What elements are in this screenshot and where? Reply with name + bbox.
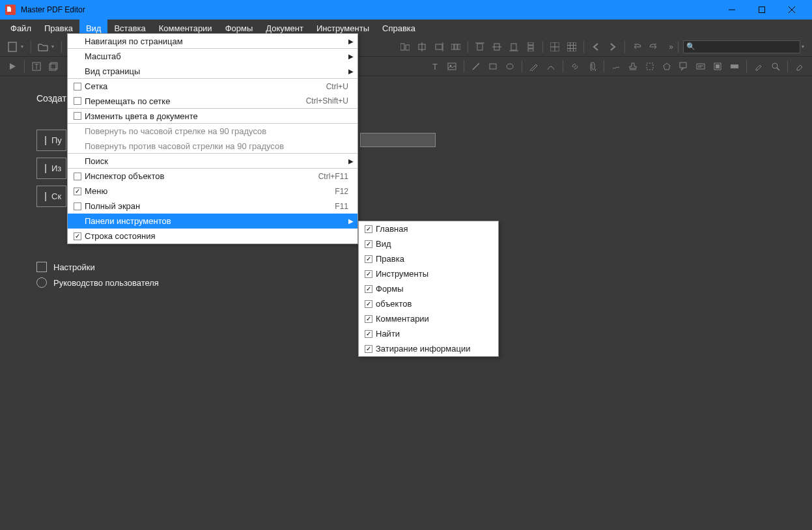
distribute-h-icon[interactable] [449,40,463,54]
submenu-forms[interactable]: ✓ Формы [359,281,498,296]
pencil-icon[interactable] [527,59,541,74]
menu-fullscreen[interactable]: Полный экран F11 [68,199,357,214]
svg-rect-1 [759,7,765,13]
align-middle-icon[interactable] [490,40,504,54]
align-icon[interactable] [398,40,412,54]
layers-icon[interactable] [46,59,61,74]
play-icon[interactable] [5,59,20,74]
separator [24,61,25,72]
menu-toolbars[interactable]: Панели инструментов ▶ [68,214,357,229]
attach-icon[interactable] [585,59,599,74]
menu-menu-toggle[interactable]: ✓ Меню F12 [68,184,357,199]
guide-label: Руководство пользователя [53,278,159,288]
checkbox-checked-icon: ✓ [74,188,81,195]
submenu-redaction[interactable]: ✓ Затирание информации [359,341,498,356]
menu-search[interactable]: Поиск ▶ [68,154,357,169]
submenu-tools[interactable]: ✓ Инструменты [359,266,498,281]
align-bottom-icon[interactable] [507,40,521,54]
zoom-icon[interactable] [768,59,783,74]
align-right-icon[interactable] [432,40,446,54]
svg-line-43 [777,68,779,70]
chevron-down-icon[interactable]: ▾ [21,44,23,49]
align-center-icon[interactable] [415,40,429,54]
highlighter-icon[interactable] [751,59,766,74]
toolbar-overflow[interactable]: » [669,42,673,51]
next-icon[interactable] [606,40,620,54]
image-tool-icon[interactable] [445,59,459,74]
card-label: Пу [51,135,62,145]
menu-rotate-cw[interactable]: Повернуть по часовой стрелке на 90 граду… [68,124,357,139]
note-icon[interactable] [710,59,725,74]
submenu-view[interactable]: ✓ Вид [359,236,498,251]
polygon-icon[interactable] [660,59,674,74]
submenu-main[interactable]: ✓ Главная [359,221,498,236]
align-top-icon[interactable] [473,40,487,54]
rect-tool-icon[interactable] [486,59,500,74]
snap-grid-icon[interactable] [565,40,579,54]
menu-grid[interactable]: Сетка Ctrl+U [68,79,357,94]
callout-icon[interactable] [677,59,691,74]
menu-page-navigation[interactable]: Навигация по страницам ▶ [68,34,357,49]
redo-icon[interactable] [647,40,661,54]
close-button[interactable] [777,0,807,20]
menu-zoom[interactable]: Масштаб ▶ [68,49,357,64]
chevron-down-icon[interactable]: ▾ [51,44,54,49]
svg-text:T: T [432,62,438,71]
svg-text:T: T [35,63,38,70]
sign-icon[interactable] [609,59,623,74]
settings-label: Настройки [53,262,95,272]
svg-rect-28 [448,63,456,70]
menu-status-bar[interactable]: ✓ Строка состояния [68,229,357,244]
prev-icon[interactable] [589,40,603,54]
line-tool-icon[interactable] [469,59,483,74]
svg-rect-13 [458,44,460,49]
svg-rect-21 [528,46,533,48]
grid-icon[interactable] [548,40,562,54]
floating-button[interactable] [360,133,436,147]
window-controls [717,0,807,20]
menu-page-view[interactable]: Вид страницы ▶ [68,64,357,79]
separator [563,61,563,72]
stamp-icon[interactable] [626,59,640,74]
menu-rotate-ccw[interactable]: Повернуть против часовой стрелки на 90 г… [68,139,357,154]
ellipse-tool-icon[interactable] [503,59,517,74]
card-scan[interactable]: Ск [36,186,66,207]
card-from[interactable]: Из [36,158,66,179]
distribute-v-icon[interactable] [524,40,538,54]
maximize-button[interactable] [747,0,777,20]
checkbox-checked-icon: ✓ [365,315,372,323]
submenu-comments[interactable]: ✓ Комментарии [359,311,498,326]
textbox2-icon[interactable] [693,59,708,74]
eraser-icon[interactable] [792,59,807,74]
curve-icon[interactable] [544,59,558,74]
menu-change-colors[interactable]: Изменить цвета в документе [68,109,357,124]
menu-object-inspector[interactable]: Инспектор объектов Ctrl+F11 [68,169,357,184]
scan-icon [45,192,46,201]
svg-rect-19 [511,44,516,50]
separator [542,41,543,53]
svg-rect-12 [455,44,457,49]
submenu-arrow-icon: ▶ [348,158,354,165]
view-menu-dropdown: Навигация по страницам ▶ Масштаб ▶ Вид с… [67,33,358,244]
menu-snap-to-grid[interactable]: Перемещать по сетке Ctrl+Shift+U [68,94,357,109]
redact-icon[interactable] [727,59,742,74]
link-icon[interactable] [568,59,582,74]
new-doc-icon[interactable] [5,40,20,54]
card-empty[interactable]: Пу [36,130,66,151]
search-dropdown-icon[interactable]: ▾ [802,44,804,49]
search-input[interactable]: 🔍 [683,40,800,53]
textbox-icon[interactable]: T [29,59,44,74]
menu-file[interactable]: Файл [4,20,38,37]
svg-rect-34 [647,63,653,70]
title-bar: Master PDF Editor [0,0,812,20]
submenu-find[interactable]: ✓ Найти [359,326,498,341]
submenu-objects[interactable]: ✓ объектов [359,296,498,311]
minimize-button[interactable] [717,0,747,20]
submenu-edit[interactable]: ✓ Правка [359,251,498,266]
menu-help[interactable]: Справка [376,20,422,37]
text-tool-icon[interactable]: T [428,59,442,74]
highlight-rect-icon[interactable] [643,59,657,74]
svg-rect-10 [436,44,442,49]
undo-icon[interactable] [630,40,644,54]
open-icon[interactable] [36,40,50,54]
